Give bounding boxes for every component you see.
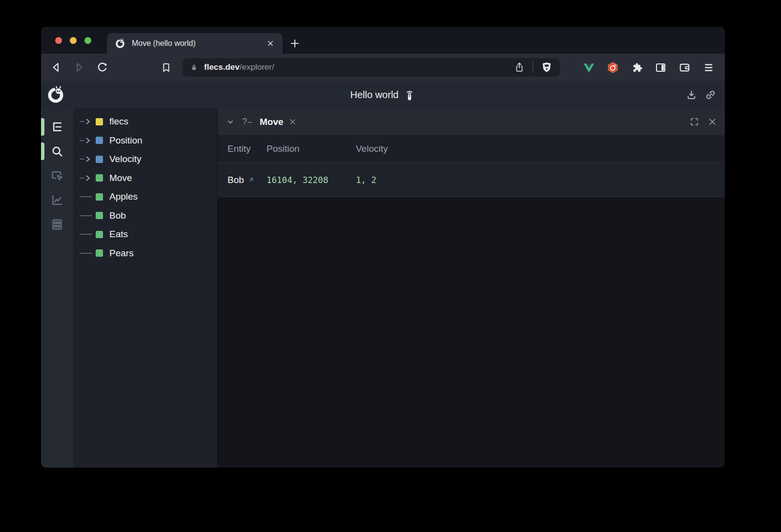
column-header-velocity[interactable]: Velocity: [356, 143, 725, 154]
bookmark-icon[interactable]: [158, 59, 174, 76]
address-bar[interactable]: flecs.dev/explorer/: [183, 58, 560, 77]
tree-connector-line: [80, 215, 96, 216]
tree-item-velocity[interactable]: Velocity: [73, 150, 217, 169]
tree-item-position[interactable]: Position: [73, 131, 217, 150]
back-button[interactable]: [48, 59, 64, 76]
browser-window: Move (hello world): [41, 27, 725, 468]
entity-link-arrow-icon[interactable]: [247, 176, 255, 184]
tree-panel-icon[interactable]: [48, 119, 66, 135]
entity-kind-square: [96, 118, 103, 125]
world-title-text: Hello world: [350, 89, 399, 101]
search-panel-icon[interactable]: [48, 143, 66, 160]
query-panel: ?– Move Entity P: [217, 108, 725, 468]
flecs-logo-icon[interactable]: [46, 85, 65, 104]
panel-close-icon[interactable]: [707, 117, 718, 127]
results-table-header: Entity Position Velocity: [218, 135, 725, 163]
tree-item-move[interactable]: Move: [73, 169, 217, 188]
expand-chevron-icon[interactable]: [80, 118, 96, 125]
tree-item-apples[interactable]: Apples: [73, 187, 217, 206]
tab-title: Move (hello world): [132, 39, 266, 48]
stats-panel-icon[interactable]: [48, 216, 66, 233]
tree-item-label: flecs: [109, 116, 128, 127]
expand-chevron-icon[interactable]: [80, 137, 96, 144]
content-area: flecs Position Velocity: [41, 108, 725, 468]
tab-close-icon[interactable]: [266, 39, 275, 48]
tree-connector-line: [80, 253, 96, 254]
expand-chevron-icon[interactable]: [80, 156, 96, 163]
urlbar-divider: [533, 61, 533, 73]
query-panel-title: Move: [260, 117, 284, 127]
hexagon-extension-icon[interactable]: [606, 61, 619, 74]
entity-kind-square: [96, 156, 103, 163]
query-panel-header: ?– Move: [218, 108, 725, 135]
tree-item-label: Apples: [109, 191, 138, 202]
navigation-bar: flecs.dev/explorer/: [41, 54, 725, 81]
forward-button[interactable]: [71, 59, 87, 76]
download-icon[interactable]: [685, 89, 698, 101]
url-domain: flecs.dev: [204, 62, 240, 72]
tree-item-label: Eats: [109, 229, 128, 240]
menu-hamburger-icon[interactable]: [702, 61, 715, 74]
column-header-entity[interactable]: Entity: [218, 143, 267, 154]
tree-item-flecs[interactable]: flecs: [73, 112, 217, 131]
lock-icon: [189, 63, 199, 72]
traffic-lights: [55, 37, 91, 44]
tree-item-bob[interactable]: Bob: [73, 206, 217, 225]
sidebar-toggle-icon[interactable]: [654, 61, 667, 74]
tree-item-label: Bob: [109, 210, 126, 221]
velocity-value: 1, 2: [356, 175, 725, 185]
url-path: /explorer/: [240, 62, 274, 72]
tree-connector-line: [80, 234, 96, 235]
wallet-icon[interactable]: [678, 61, 691, 74]
entity-kind-square: [96, 231, 103, 238]
flecs-favicon-icon: [115, 38, 125, 49]
extensions-puzzle-icon[interactable]: [630, 61, 643, 74]
active-panel-indicator: [41, 143, 44, 160]
expand-chevron-icon[interactable]: [80, 175, 96, 182]
minimize-window-button[interactable]: [70, 37, 77, 44]
entity-kind-square: [96, 249, 103, 257]
panel-icon-strip: [41, 108, 73, 468]
new-tab-button[interactable]: [287, 35, 303, 52]
entity-kind-square: [96, 193, 103, 201]
tree-item-label: Move: [109, 173, 132, 184]
fullscreen-icon[interactable]: [689, 117, 699, 127]
tree-item-label: Velocity: [109, 154, 141, 164]
entity-tree-panel: flecs Position Velocity: [73, 108, 217, 468]
table-row[interactable]: Bob 16104, 32208 1, 2: [218, 163, 725, 197]
chart-panel-icon[interactable]: [48, 192, 66, 208]
tree-item-pears[interactable]: Pears: [73, 244, 217, 263]
link-icon[interactable]: [704, 89, 717, 101]
vue-devtools-icon[interactable]: [582, 61, 595, 74]
app-header: Hello world: [41, 81, 725, 108]
remote-connection-icon: [404, 88, 415, 101]
entity-kind-square: [96, 174, 103, 182]
column-header-position[interactable]: Position: [267, 143, 356, 154]
active-panel-indicator: [41, 118, 44, 136]
zoom-window-button[interactable]: [84, 37, 91, 44]
world-title: Hello world: [350, 81, 416, 108]
tree-connector-line: [80, 196, 96, 197]
tree-item-eats[interactable]: Eats: [73, 225, 217, 244]
share-icon[interactable]: [514, 61, 525, 73]
query-kind-icon: ?–: [242, 117, 253, 127]
inspector-panel-icon[interactable]: [48, 167, 66, 184]
url-text: flecs.dev/explorer/: [204, 62, 274, 72]
query-title-close-icon[interactable]: [288, 117, 297, 126]
reload-button[interactable]: [94, 59, 110, 76]
position-value: 16104, 32208: [267, 175, 356, 185]
tree-item-label: Position: [109, 135, 143, 146]
entity-kind-square: [96, 212, 103, 219]
collapse-chevron-down-icon[interactable]: [225, 117, 236, 127]
extension-icons: [582, 61, 715, 74]
browser-tab[interactable]: Move (hello world): [107, 33, 283, 54]
results-empty-area: [218, 197, 725, 468]
brave-shield-icon[interactable]: [540, 61, 553, 74]
tree-item-label: Pears: [109, 248, 134, 259]
entity-kind-square: [96, 137, 103, 144]
tab-bar: Move (hello world): [41, 27, 725, 54]
entity-name[interactable]: Bob: [227, 175, 244, 185]
close-window-button[interactable]: [55, 37, 62, 44]
